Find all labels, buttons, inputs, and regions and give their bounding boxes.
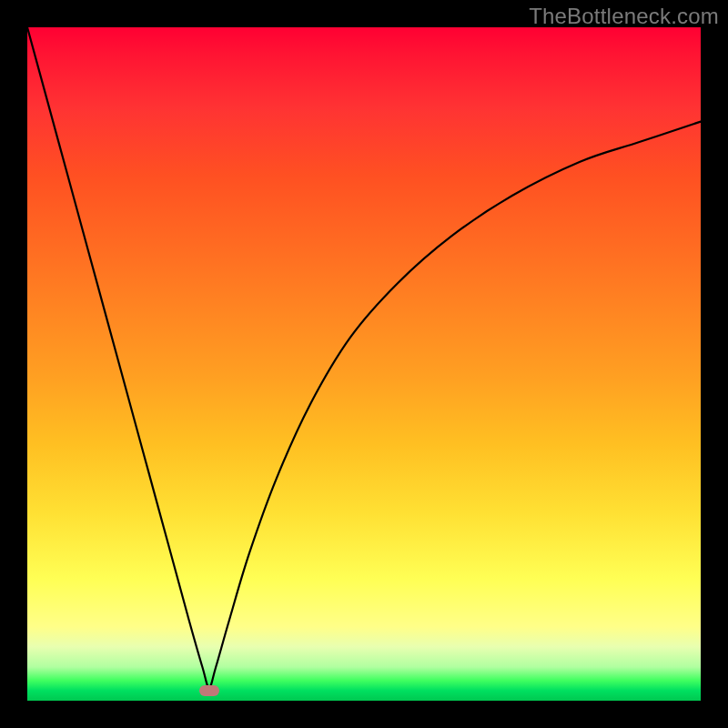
bottleneck-curve [27, 27, 701, 687]
minimum-marker [199, 685, 219, 696]
watermark-text: TheBottleneck.com [529, 4, 719, 29]
curve-svg [27, 27, 701, 701]
chart-frame: TheBottleneck.com [0, 0, 728, 728]
plot-area [27, 27, 701, 701]
